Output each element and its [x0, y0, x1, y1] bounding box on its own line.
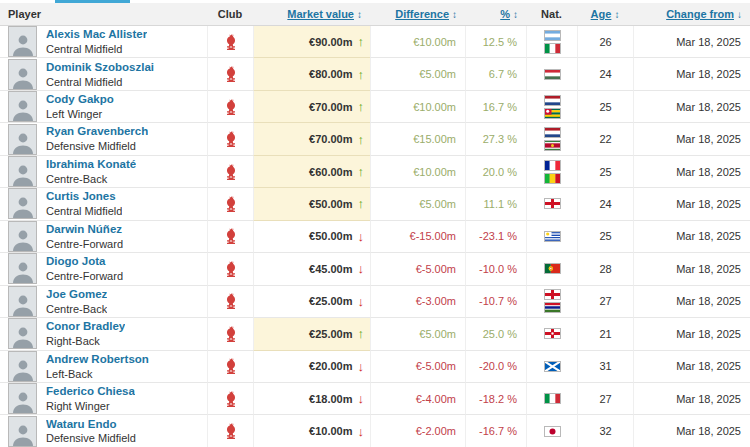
player-avatar[interactable] — [8, 318, 37, 349]
player-name-link[interactable]: Dominik Szoboszlai — [46, 60, 154, 75]
club-cell[interactable] — [207, 188, 253, 220]
player-avatar[interactable] — [8, 416, 37, 447]
trend-down-icon: ↓ — [358, 262, 365, 275]
player-name-link[interactable]: Conor Bradley — [46, 319, 125, 334]
nationality-cell — [526, 318, 577, 350]
column-header-label: Player — [8, 8, 41, 20]
player-info: Ryan Gravenberch Defensive Midfield — [46, 124, 148, 153]
trend-up-icon: ↑ — [358, 68, 365, 81]
liverpool-crest-icon — [224, 325, 238, 343]
flag-northern-ireland-icon — [544, 328, 561, 339]
column-header-[interactable]: %↕ — [465, 8, 526, 20]
liverpool-crest-icon — [224, 422, 238, 440]
player-avatar[interactable] — [8, 351, 37, 382]
player-avatar[interactable] — [8, 156, 37, 187]
club-cell[interactable] — [207, 123, 253, 155]
difference-cell: €10.00m — [370, 156, 465, 188]
player-name-link[interactable]: Andrew Robertson — [46, 352, 149, 367]
market-value-cell: €25.00m ↑ — [253, 318, 370, 350]
player-avatar[interactable] — [8, 286, 37, 317]
difference-cell: €15.00m — [370, 123, 465, 155]
club-cell[interactable] — [207, 91, 253, 123]
club-cell[interactable] — [207, 286, 253, 318]
column-header-label[interactable]: Difference — [395, 8, 449, 20]
person-silhouette-icon — [11, 162, 35, 186]
market-value: €50.00m — [309, 198, 352, 210]
column-header-label[interactable]: Market value — [287, 8, 354, 20]
player-avatar[interactable] — [8, 59, 37, 90]
percent-cell: -10.7 % — [465, 286, 526, 318]
club-cell[interactable] — [207, 415, 253, 447]
column-header-market-value[interactable]: Market value↕ — [253, 8, 370, 20]
age-cell: 25 — [577, 156, 633, 188]
flag-italy-icon — [544, 393, 561, 404]
player-info: Alexis Mac Allister Central Midfield — [46, 27, 147, 56]
column-header-label[interactable]: % — [500, 8, 510, 20]
liverpool-crest-icon — [224, 163, 238, 181]
percent-cell: 16.7 % — [465, 91, 526, 123]
club-cell[interactable] — [207, 351, 253, 383]
percent-value: 11.1 % — [484, 198, 517, 210]
liverpool-crest-icon — [224, 227, 238, 245]
percent-cell: -20.0 % — [465, 351, 526, 383]
liverpool-crest-icon — [224, 292, 238, 310]
club-cell[interactable] — [207, 26, 253, 58]
sort-desc-icon[interactable]: ↓ — [737, 9, 742, 20]
difference-cell: €-5.00m — [370, 253, 465, 285]
liverpool-crest-icon — [224, 357, 238, 375]
sort-updown-icon[interactable]: ↕ — [513, 9, 518, 20]
table-row: Joe Gomez Centre-Back €25.00m ↓ €-3.00m … — [0, 286, 750, 318]
player-info: Curtis Jones Central Midfield — [46, 189, 122, 218]
club-cell[interactable] — [207, 318, 253, 350]
player-name-link[interactable]: Cody Gakpo — [46, 92, 114, 107]
trend-down-icon: ↓ — [358, 295, 365, 308]
player-info: Cody Gakpo Left Winger — [46, 92, 114, 121]
player-avatar[interactable] — [8, 91, 37, 122]
player-name-link[interactable]: Darwin Núñez — [46, 222, 123, 237]
player-avatar[interactable] — [8, 188, 37, 219]
player-name-link[interactable]: Diogo Jota — [46, 254, 123, 269]
player-name-link[interactable]: Alexis Mac Allister — [46, 27, 147, 42]
table-row: Dominik Szoboszlai Central Midfield €80.… — [0, 58, 750, 90]
player-name-link[interactable]: Federico Chiesa — [46, 384, 135, 399]
player-position: Defensive Midfield — [46, 139, 148, 153]
flag-togo-icon — [544, 108, 561, 119]
table-row: Diogo Jota Centre-Forward €45.00m ↓ €-5.… — [0, 253, 750, 285]
flag-mali-icon — [544, 173, 561, 184]
age-cell: 27 — [577, 383, 633, 415]
sort-updown-icon[interactable]: ↕ — [452, 9, 457, 20]
club-cell[interactable] — [207, 221, 253, 253]
column-header-change-from[interactable]: Change from↓ — [633, 8, 750, 20]
player-avatar[interactable] — [8, 26, 37, 57]
player-cell: Dominik Szoboszlai Central Midfield — [0, 58, 207, 90]
difference-value: €-5.00m — [416, 263, 456, 275]
player-avatar[interactable] — [8, 253, 37, 284]
player-name-link[interactable]: Ryan Gravenberch — [46, 124, 148, 139]
nationality-cell — [526, 91, 577, 123]
player-avatar[interactable] — [8, 383, 37, 414]
club-cell[interactable] — [207, 156, 253, 188]
club-cell[interactable] — [207, 253, 253, 285]
player-name-link[interactable]: Curtis Jones — [46, 189, 122, 204]
club-cell[interactable] — [207, 58, 253, 90]
club-cell[interactable] — [207, 383, 253, 415]
player-name-link[interactable]: Joe Gomez — [46, 287, 107, 302]
sort-updown-icon[interactable]: ↕ — [357, 9, 362, 20]
player-position: Left-Back — [46, 367, 149, 381]
trend-up-icon: ↑ — [358, 133, 365, 146]
column-header-difference[interactable]: Difference↕ — [370, 8, 465, 20]
age-cell: 24 — [577, 188, 633, 220]
difference-cell: €-15.00m — [370, 221, 465, 253]
player-name-link[interactable]: Wataru Endo — [46, 417, 136, 432]
column-header-label[interactable]: Age — [591, 8, 612, 20]
player-avatar[interactable] — [8, 124, 37, 155]
player-avatar[interactable] — [8, 221, 37, 252]
sort-updown-icon[interactable]: ↕ — [614, 9, 619, 20]
change-from-cell: Mar 18, 2025 — [633, 383, 750, 415]
column-header-age[interactable]: Age↕ — [577, 8, 633, 20]
column-header-label[interactable]: Change from — [666, 8, 734, 20]
player-cell: Alexis Mac Allister Central Midfield — [0, 26, 207, 58]
player-name-link[interactable]: Ibrahima Konaté — [46, 157, 136, 172]
market-value: €10.00m — [309, 425, 352, 437]
player-position: Central Midfield — [46, 204, 122, 218]
